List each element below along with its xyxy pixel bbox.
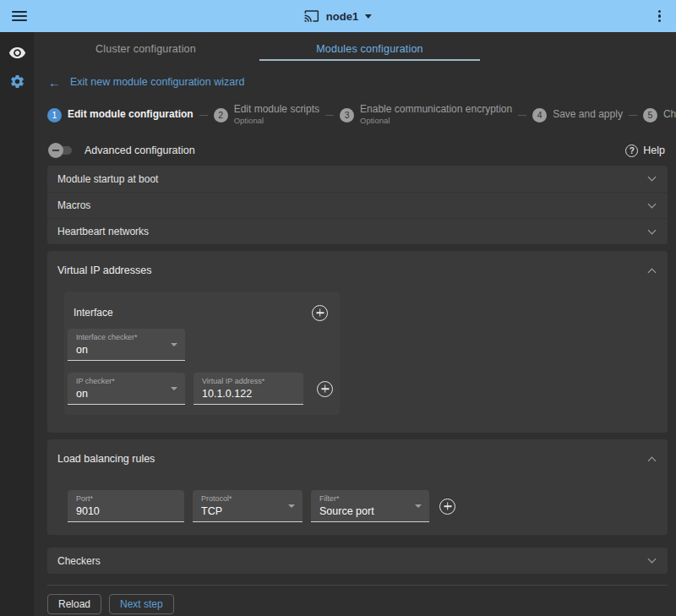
add-load-balancing-rule-button[interactable]	[439, 499, 455, 515]
settings-icon[interactable]	[8, 72, 26, 90]
chevron-down-icon	[648, 199, 657, 208]
dropdown-caret-icon	[288, 504, 295, 508]
step-label: Edit module configuration	[68, 109, 194, 121]
field-label: Virtual IP address*	[202, 377, 296, 385]
reload-button[interactable]: Reload	[47, 594, 101, 614]
advanced-configuration-label: Advanced configuration	[84, 144, 195, 156]
back-arrow-icon: ←	[48, 76, 61, 89]
step-save-and-apply[interactable]: 4 Save and apply	[532, 108, 623, 123]
accordion-checkers: Checkers	[47, 548, 668, 574]
step-number: 2	[214, 108, 228, 123]
node-selector[interactable]: node1	[304, 8, 372, 24]
panel-title: Load balancing rules	[57, 453, 155, 465]
step-label: Check result	[663, 109, 676, 121]
step-connector	[629, 115, 637, 116]
accordion-label: Checkers	[57, 555, 101, 567]
chevron-up-icon	[648, 268, 657, 276]
field-value: on	[76, 344, 177, 356]
help-label: Help	[643, 144, 665, 156]
load-balancing-rules-header[interactable]: Load balancing rules	[47, 439, 668, 478]
step-label: Enable communication encryption	[360, 104, 512, 116]
accordion-load-balancing-rules: Load balancing rules Port* 9010 Protocol…	[47, 439, 668, 535]
ip-checker-select[interactable]: IP checker* on	[68, 373, 185, 405]
help-icon: ?	[625, 144, 638, 157]
field-label: Protocol*	[201, 494, 295, 503]
port-input[interactable]: Port* 9010	[68, 490, 184, 522]
next-step-button[interactable]: Next step	[109, 594, 174, 614]
node-name: node1	[326, 10, 358, 23]
chevron-down-icon	[648, 173, 657, 182]
add-interface-button[interactable]	[312, 305, 328, 321]
tab-cluster-configuration[interactable]: Cluster configuration	[34, 32, 258, 66]
interface-title: Interface	[74, 307, 113, 319]
kebab-menu-icon[interactable]	[655, 8, 664, 25]
step-check-result[interactable]: 5 Check result	[643, 108, 676, 123]
panel-title: Virtual IP addresses	[57, 264, 151, 276]
footer-actions: Reload Next step	[47, 594, 676, 614]
main-content: Cluster configuration Modules configurat…	[34, 32, 676, 616]
help-button[interactable]: ? Help	[625, 144, 665, 157]
wizard-stepper: 1 Edit module configuration 2 Edit modul…	[34, 90, 676, 135]
dropdown-caret-icon	[415, 504, 422, 508]
virtual-ip-row: IP checker* on Virtual IP address* 10.1.…	[68, 373, 340, 405]
step-label: Edit module scripts	[234, 104, 319, 116]
field-value: 9010	[76, 505, 177, 517]
virtual-ip-addresses-header[interactable]: Virtual IP addresses	[47, 251, 668, 290]
accordion-label: Macros	[57, 199, 90, 211]
step-number: 4	[532, 108, 547, 123]
exit-wizard-label: Exit new module configuration wizard	[70, 76, 244, 88]
chevron-down-icon	[648, 555, 657, 564]
field-label: Port*	[76, 494, 177, 503]
cast-icon	[304, 8, 319, 24]
step-connector	[199, 115, 208, 116]
load-balancing-fields-row: Port* 9010 Protocol* TCP Filter* Source …	[47, 490, 668, 522]
interface-card-header: Interface	[68, 292, 340, 329]
step-edit-module-scripts[interactable]: 2 Edit module scriptsOptional	[214, 104, 319, 125]
step-edit-module-configuration[interactable]: 1 Edit module configuration	[47, 108, 194, 123]
interface-card: Interface Interface checker* on IP check…	[64, 292, 340, 415]
field-value: on	[76, 388, 177, 400]
field-label: IP checker*	[76, 377, 177, 385]
step-connector	[518, 115, 526, 116]
step-label: Save and apply	[553, 109, 623, 121]
step-sublabel: Optional	[234, 116, 319, 125]
exit-wizard-link[interactable]: ← Exit new module configuration wizard	[34, 66, 676, 90]
field-label: Interface checker*	[76, 333, 177, 341]
step-number: 1	[47, 108, 62, 123]
interface-checker-row: Interface checker* on	[68, 329, 340, 361]
accordion-group: Module startup at boot Macros Heartbeart…	[47, 166, 668, 244]
protocol-select[interactable]: Protocol* TCP	[193, 490, 303, 522]
step-enable-communication-encryption[interactable]: 3 Enable communication encryptionOptiona…	[340, 104, 512, 125]
field-value: Source port	[319, 505, 422, 517]
top-app-bar: node1	[0, 0, 676, 32]
field-value: TCP	[201, 505, 295, 517]
add-virtual-ip-button[interactable]	[317, 381, 333, 397]
visibility-icon[interactable]	[8, 43, 26, 62]
checkers-header[interactable]: Checkers	[47, 548, 668, 574]
accordion-macros[interactable]: Macros	[47, 192, 668, 218]
step-sublabel: Optional	[360, 116, 512, 125]
interface-checker-select[interactable]: Interface checker* on	[68, 329, 185, 361]
chevron-down-icon	[365, 14, 372, 19]
accordion-heartbeat-networks[interactable]: Heartbeart networks	[47, 218, 668, 244]
dropdown-caret-icon	[171, 387, 177, 390]
field-label: Filter*	[319, 494, 422, 503]
toggle-dash-icon	[48, 143, 63, 158]
advanced-configuration-toggle[interactable]	[48, 143, 74, 158]
accordion-virtual-ip-addresses: Virtual IP addresses Interface Interface…	[47, 251, 668, 433]
step-connector	[325, 115, 334, 116]
menu-icon[interactable]	[12, 11, 27, 21]
side-rail	[0, 32, 34, 616]
chevron-up-icon	[648, 456, 657, 465]
accordion-module-startup-at-boot[interactable]: Module startup at boot	[47, 166, 668, 192]
step-number: 3	[340, 108, 354, 123]
virtual-ip-address-input[interactable]: Virtual IP address* 10.1.0.122	[194, 373, 303, 405]
filter-select[interactable]: Filter* Source port	[311, 490, 429, 522]
accordion-label: Heartbeart networks	[57, 226, 149, 237]
chevron-down-icon	[648, 226, 657, 234]
tab-bar: Cluster configuration Modules configurat…	[34, 32, 676, 66]
tab-modules-configuration[interactable]: Modules configuration	[258, 32, 482, 66]
footer-divider	[47, 585, 668, 586]
dropdown-caret-icon	[171, 343, 177, 346]
step-number: 5	[643, 108, 657, 123]
